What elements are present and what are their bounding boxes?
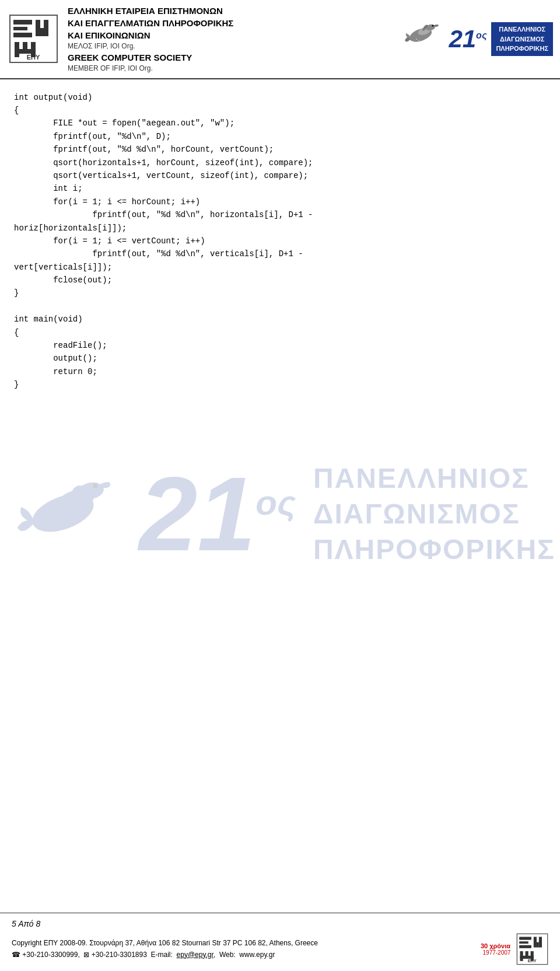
svg-rect-4 (36, 20, 40, 36)
header-org-text: ΕΛΛΗΝΙΚΗ ΕΤΑΙΡΕΙΑ ΕΠΙΣΤΗΜΟΝΩΝ ΚΑΙ ΕΠΑΓΓΕ… (68, 5, 392, 74)
org-member: MEMBER OF IFIP, IOI Org. (68, 64, 392, 74)
epy-logo-left: ΕΠΥ (7, 13, 60, 65)
epy-logo-svg: ΕΠΥ (9, 14, 58, 64)
svg-point-15 (432, 25, 434, 26)
contest-number-area: 21ος (449, 27, 487, 51)
org-greek-line2: ΚΑΙ ΕΠΑΓΓΕΛΜΑΤΙΩΝ ΠΛΗΡΟΦΟΡΙΚΗΣ (68, 17, 392, 29)
svg-rect-32 (520, 956, 533, 959)
footer-logo-right: 30 χρόνια 1977-2007 ΕΠΥ (481, 933, 548, 965)
watermark-content: 21ος ΠΑΝΕΛΛΗΝΙΟΣ ΔΙΑΓΩΝΙΣΜΟΣ ΠΛΗΡΟΦΟΡΙΚΗ… (0, 415, 560, 613)
code-block: int output(void) { FILE *out = fopen("ae… (14, 91, 546, 392)
years-badge: 30 χρόνια 1977-2007 (481, 942, 513, 956)
contest-text-box: ΠΑΝΕΛΛΗΝΙΟΣ ΔΙΑΓΩΝΙΣΜΟΣ ΠΛΗΡΟΦΟΡΙΚΗΣ (491, 22, 553, 56)
org-english: GREEK COMPUTER SOCIETY (68, 51, 392, 64)
svg-rect-26 (534, 937, 537, 947)
org-greek-line1: ΕΛΛΗΝΙΚΗ ΕΤΑΙΡΕΙΑ ΕΠΙΣΤΗΜΟΝΩΝ (68, 5, 392, 17)
svg-rect-8 (23, 42, 27, 50)
page-number: 5 Από 8 (12, 919, 548, 928)
dolphin-container (400, 15, 444, 64)
footer-contact-block: Copyright ΕΠΥ 2008-09. Στουρνάρη 37, Αθή… (12, 938, 318, 960)
main-content: int output(void) { FILE *out = fopen("ae… (0, 79, 560, 403)
footer-email-label: E-mail: (151, 951, 173, 959)
watermark-line3: ΠΛΗΡΟΦΟΡΙΚΗΣ (313, 533, 555, 565)
watermark-number: 21ος (139, 467, 296, 561)
footer-phone: ☎ +30-210-3300999 (12, 951, 78, 959)
dolphin-icon (400, 15, 444, 61)
watermark-dolphin (5, 455, 121, 574)
svg-rect-28 (537, 942, 539, 948)
header-right: 21ος ΠΑΝΕΛΛΗΝΙΟΣ ΔΙΑΓΩΝΙΣΜΟΣ ΠΛΗΡΟΦΟΡΙΚΗ… (400, 15, 553, 64)
svg-text:ΕΠΥ: ΕΠΥ (26, 54, 40, 61)
footer-copyright: Copyright ΕΠΥ 2008-09. Στουρνάρη 37, Αθή… (12, 938, 318, 949)
org-sub: ΜΕΛΟΣ IFIP, IOI Org. (68, 41, 392, 51)
svg-text:ΕΠΥ: ΕΠΥ (528, 959, 537, 963)
svg-rect-5 (44, 20, 48, 36)
org-greek-line3: ΚΑΙ ΕΠΙΚΟΙΝΩΝΙΩΝ (68, 29, 392, 41)
watermark-area: 21ος ΠΑΝΕΛΛΗΝΙΟΣ ΔΙΑΓΩΝΙΣΜΟΣ ΠΛΗΡΟΦΟΡΙΚΗ… (0, 415, 560, 613)
footer-fax: ⊠ +30-210-3301893 (83, 951, 146, 959)
watermark-line1: ΠΑΝΕΛΛΗΝΙΟΣ (313, 462, 555, 494)
svg-rect-27 (539, 937, 542, 947)
footer-web-label: Web: (219, 951, 236, 959)
svg-point-21 (93, 484, 97, 488)
svg-rect-10 (15, 49, 36, 54)
svg-rect-3 (13, 33, 32, 37)
svg-rect-1 (13, 20, 32, 25)
watermark-line2: ΔΙΑΓΩΝΙΣΜΟΣ (313, 498, 555, 530)
epy-logo-footer: ΕΠΥ (516, 933, 548, 965)
contest-number: 21ος (449, 27, 487, 51)
svg-rect-25 (519, 945, 531, 948)
footer-web: www.epy.gr (239, 951, 275, 959)
page-footer: 5 Από 8 Copyright ΕΠΥ 2008-09. Στουρνάρη… (0, 913, 560, 971)
svg-point-16 (416, 39, 417, 40)
svg-rect-6 (40, 28, 44, 36)
watermark-inner: 21ος ΠΑΝΕΛΛΗΝΙΟΣ ΔΙΑΓΩΝΙΣΜΟΣ ΠΛΗΡΟΦΟΡΙΚΗ… (5, 455, 555, 574)
contest-badge: 21ος ΠΑΝΕΛΛΗΝΙΟΣ ΔΙΑΓΩΝΙΣΜΟΣ ΠΛΗΡΟΦΟΡΙΚΗ… (400, 15, 553, 64)
footer-contact-line: ☎ +30-210-3300999, ⊠ +30-210-3301893 E-m… (12, 949, 318, 960)
footer-email-link[interactable]: epy@epy.gr (177, 951, 214, 959)
watermark-dolphin-svg (5, 455, 121, 571)
svg-rect-23 (519, 937, 531, 939)
svg-rect-24 (519, 941, 528, 944)
svg-rect-2 (13, 27, 27, 30)
svg-rect-30 (526, 951, 528, 956)
page-header: ΕΠΥ ΕΛΛΗΝΙΚΗ ΕΤΑΙΡΕΙΑ ΕΠΙΣΤΗΜΟΝΩΝ ΚΑΙ ΕΠ… (0, 0, 560, 79)
footer-bottom: Copyright ΕΠΥ 2008-09. Στουρνάρη 37, Αθή… (12, 933, 548, 965)
watermark-text-block: ΠΑΝΕΛΛΗΝΙΟΣ ΔΙΑΓΩΝΙΣΜΟΣ ΠΛΗΡΟΦΟΡΙΚΗΣ (313, 462, 555, 565)
svg-point-17 (418, 40, 419, 41)
